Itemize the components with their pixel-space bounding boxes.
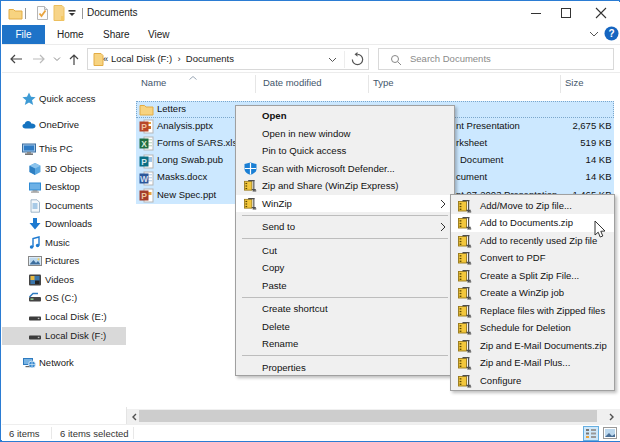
svg-text:P: P [141, 156, 147, 166]
svg-text:W: W [140, 173, 149, 183]
svg-text:P: P [141, 122, 147, 132]
svg-text:?: ? [608, 28, 614, 39]
svg-text:X: X [141, 139, 147, 149]
svg-text:P: P [141, 191, 147, 201]
